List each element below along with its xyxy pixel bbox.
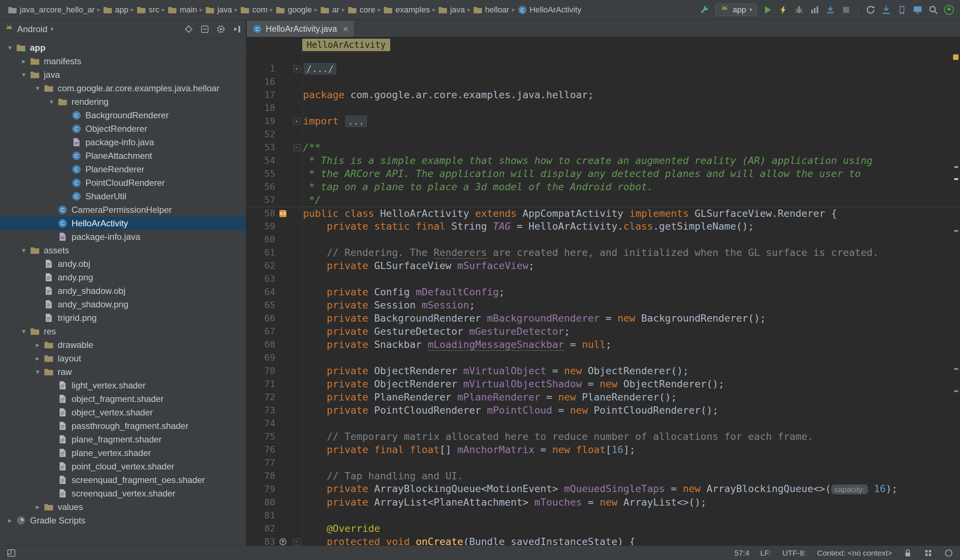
tree-item-andy-obj[interactable]: andy.obj	[0, 257, 246, 270]
tree-item-screenquad-vertex-shader[interactable]: screenquad_vertex.shader	[0, 486, 246, 500]
sync-project-button[interactable]	[866, 5, 876, 15]
code-line[interactable]: 19+import ...	[247, 115, 960, 128]
stop-button[interactable]	[841, 5, 851, 15]
breadcrumb-helloar[interactable]: helloar	[471, 4, 511, 16]
debug-button[interactable]	[794, 5, 804, 15]
readonly-lock-icon[interactable]	[903, 548, 912, 558]
code-line[interactable]: 81	[247, 509, 960, 522]
tree-collapsed-arrow[interactable]: ▸	[31, 354, 44, 363]
run-config-selector[interactable]: app▾	[715, 4, 757, 16]
breadcrumb-core[interactable]: core	[346, 4, 377, 16]
breadcrumb-src[interactable]: src	[135, 4, 161, 16]
caret-position-widget[interactable]: 57:4	[734, 549, 749, 557]
code-line[interactable]: 58public class HelloArActivity extends A…	[247, 206, 960, 220]
code-line[interactable]: 76 private final float[] mAnchorMatrix =…	[247, 443, 960, 456]
code-line[interactable]: 68 private Snackbar mLoadingMessageSnack…	[247, 338, 960, 351]
context-widget[interactable]: Context: <no context>	[817, 549, 892, 557]
tree-item-planeattachment[interactable]: CPlaneAttachment	[0, 149, 246, 162]
override-method-icon[interactable]	[278, 538, 287, 546]
code-line[interactable]: 61 // Rendering. The Renderers are creat…	[247, 246, 960, 259]
attach-debugger-button[interactable]	[825, 5, 835, 15]
tree-item-objectrenderer[interactable]: CObjectRenderer	[0, 122, 246, 136]
settings-gear-icon[interactable]	[216, 24, 226, 34]
code-line[interactable]: 69	[247, 351, 960, 364]
tree-expanded-arrow[interactable]: ▾	[18, 327, 30, 336]
code-line[interactable]: 64 private Config mDefaultConfig;	[247, 285, 960, 299]
code-line[interactable]: 52	[247, 128, 960, 141]
tree-item-assets[interactable]: ▾assets	[0, 243, 246, 257]
tree-item-layout[interactable]: ▸layout	[0, 352, 246, 365]
tree-collapsed-arrow[interactable]: ▸	[31, 503, 44, 511]
code-line[interactable]: 16	[247, 75, 960, 88]
tree-item-andy-shadow-obj[interactable]: andy_shadow.obj	[0, 284, 246, 298]
tree-expanded-arrow[interactable]: ▾	[31, 84, 44, 92]
sdk-manager-button[interactable]	[881, 5, 891, 15]
tab-helloaractivity-java[interactable]: C HelloArActivity.java ×	[247, 21, 354, 37]
line-ending-widget[interactable]: LF:	[760, 549, 771, 557]
tree-item-screenquad-fragment-oes-shader[interactable]: screenquad_fragment_oes.shader	[0, 473, 246, 486]
breadcrumb-class-chip[interactable]: HelloArActivity	[302, 39, 390, 51]
breadcrumb-java[interactable]: java	[436, 4, 467, 16]
tree-item-object-fragment-shader[interactable]: object_fragment.shader	[0, 392, 246, 406]
code-line[interactable]: 1+/.../	[247, 62, 960, 75]
avd-manager-button[interactable]	[897, 5, 907, 15]
inspections-indicator[interactable]	[953, 54, 958, 60]
tree-item-trigrid-png[interactable]: trigrid.png	[0, 311, 246, 325]
code-line[interactable]: 62 private GLSurfaceView mSurfaceView;	[247, 259, 960, 272]
layout-inspector-button[interactable]	[912, 5, 923, 15]
code-line[interactable]: 73 private PointCloudRenderer mPointClou…	[247, 404, 960, 417]
locate-file-icon[interactable]	[184, 24, 194, 34]
hide-panel-icon[interactable]	[232, 24, 242, 34]
tree-item-light-vertex-shader[interactable]: light_vertex.shader	[0, 379, 246, 392]
fold-toggle-icon[interactable]: +	[293, 118, 301, 125]
make-project-button[interactable]	[699, 5, 710, 15]
code-line[interactable]: 59 private static final String TAG = Hel…	[247, 220, 960, 233]
code-line[interactable]: 78 // Tap handling and UI.	[247, 469, 960, 483]
tree-item-res[interactable]: ▾res	[0, 325, 246, 338]
tree-item-andy-shadow-png[interactable]: andy_shadow.png	[0, 298, 246, 311]
android-gutter-icon[interactable]	[278, 209, 287, 218]
collapse-all-icon[interactable]	[200, 24, 210, 34]
project-view-selector[interactable]: Android ▾	[17, 24, 54, 34]
tree-item-pointcloudrenderer[interactable]: CPointCloudRenderer	[0, 176, 246, 189]
code-line[interactable]: 72 private PlaneRenderer mPlaneRenderer …	[247, 390, 960, 404]
code-editor[interactable]: 1+/.../1617package com.google.ar.core.ex…	[247, 53, 960, 546]
tree-item-java[interactable]: ▾java	[0, 68, 246, 82]
code-line[interactable]: 80 private ArrayList<PlaneAttachment> mT…	[247, 496, 960, 509]
tree-item-package-info-java[interactable]: package-info.java	[0, 136, 246, 149]
tree-collapsed-arrow[interactable]: ▸	[18, 57, 30, 66]
code-line[interactable]: 70 private ObjectRenderer mVirtualObject…	[247, 364, 960, 378]
tree-expanded-arrow[interactable]: ▾	[18, 246, 30, 254]
tree-item-app[interactable]: ▾app	[0, 41, 246, 54]
tree-item-manifests[interactable]: ▸manifests	[0, 54, 246, 68]
tree-expanded-arrow[interactable]: ▾	[18, 70, 30, 79]
error-stripe[interactable]	[952, 53, 960, 546]
code-line[interactable]: 55 * the ARCore API. The application wil…	[247, 167, 960, 180]
code-line[interactable]: 67 private GestureDetector mGestureDetec…	[247, 325, 960, 338]
tree-item-rendering[interactable]: ▾rendering	[0, 95, 246, 109]
toolwindow-toggle-icon[interactable]	[6, 548, 16, 558]
fold-toggle-icon[interactable]: +	[293, 66, 301, 72]
code-line[interactable]: 57 */	[247, 194, 960, 206]
profiler-button[interactable]	[810, 5, 820, 15]
code-line[interactable]: 56 * tap on a plane to place a 3d model …	[247, 180, 960, 194]
breadcrumb-google[interactable]: google	[274, 4, 314, 16]
tree-expanded-arrow[interactable]: ▾	[45, 98, 58, 106]
tree-item-values[interactable]: ▸values	[0, 500, 246, 514]
tree-collapsed-arrow[interactable]: ▸	[4, 516, 16, 525]
code-line[interactable]: 63	[247, 272, 960, 285]
code-line[interactable]: 74	[247, 417, 960, 430]
close-tab-icon[interactable]: ×	[343, 24, 348, 34]
code-line[interactable]: 54 * This is a simple example that shows…	[247, 154, 960, 167]
tree-item-plane-vertex-shader[interactable]: plane_vertex.shader	[0, 446, 246, 459]
tree-item-plane-fragment-shader[interactable]: plane_fragment.shader	[0, 433, 246, 446]
code-line[interactable]: 17package com.google.ar.core.examples.ja…	[247, 88, 960, 101]
breadcrumb-app[interactable]: app	[101, 4, 130, 16]
tree-item-shaderutil[interactable]: CShaderUtil	[0, 189, 246, 203]
code-line[interactable]: 79 private ArrayBlockingQueue<MotionEven…	[247, 483, 960, 496]
tree-item-drawable[interactable]: ▸drawable	[0, 338, 246, 352]
highlighting-level-icon[interactable]	[923, 548, 933, 558]
tree-item-helloaractivity[interactable]: CHelloArActivity	[0, 216, 246, 230]
tree-item-gradle-scripts[interactable]: ▸Gradle Scripts	[0, 514, 246, 527]
user-avatar[interactable]	[944, 5, 954, 15]
